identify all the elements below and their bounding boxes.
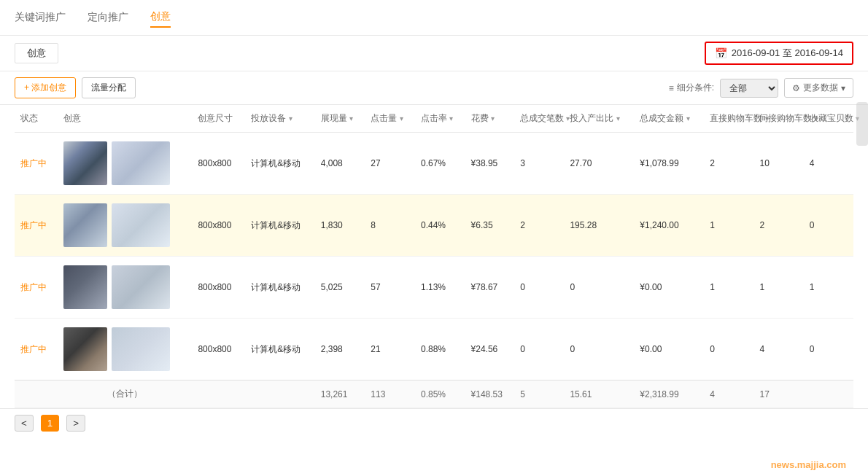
device-cell: 计算机&移动 <box>245 133 315 195</box>
date-range-text: 2016-09-01 至 2016-09-14 <box>732 47 843 60</box>
collect-cell: 1 <box>804 257 853 319</box>
main-container: 关键词推广 定向推广 创意 创意 📅 2016-09-01 至 2016-09-… <box>0 0 868 476</box>
table-row: 推广中 800x800 计算机&移动 5,025 57 1.13% ¥78.67… <box>15 257 853 319</box>
toolbar: 创意 📅 2016-09-01 至 2016-09-14 <box>0 36 868 71</box>
direct-cart-cell: 2 <box>704 133 753 195</box>
bottom-bar: < 1 > <box>0 408 868 437</box>
impressions-cell: 4,008 <box>315 133 365 195</box>
roi-cell: 0 <box>564 257 634 319</box>
scroll-bar[interactable] <box>856 102 868 146</box>
next-page-button[interactable]: > <box>66 415 85 432</box>
ctr-cell: 0.88% <box>415 319 465 381</box>
filter-select[interactable]: 全部 推广中 暂停 <box>720 79 778 98</box>
status-cell: 推广中 <box>15 319 58 381</box>
total-amount: ¥2,318.99 <box>634 381 704 408</box>
th-clicks: 点击量 ▾ <box>365 105 415 133</box>
total-roi: 15.61 <box>564 381 634 408</box>
status-cell: 推广中 <box>15 195 58 257</box>
ctr-cell: 0.67% <box>415 133 465 195</box>
device-cell: 计算机&移动 <box>245 257 315 319</box>
filter-label: ≡ 细分条件: <box>669 82 714 94</box>
action-bar-right: ≡ 细分条件: 全部 推广中 暂停 ⚙ 更多数据 ▾ <box>669 78 853 98</box>
device-cell: 计算机&移动 <box>245 195 315 257</box>
th-creative: 创意 <box>58 105 192 133</box>
th-orders: 总成交笔数 ▾ <box>514 105 564 133</box>
collect-cell: 0 <box>804 319 853 381</box>
indirect-cart-cell: 4 <box>753 319 803 381</box>
toolbar-left: 创意 <box>15 43 58 63</box>
impressions-cell: 2,398 <box>315 319 365 381</box>
amount-cell: ¥0.00 <box>634 319 704 381</box>
thumb-image-3 <box>63 265 107 309</box>
calendar-icon: 📅 <box>715 47 727 59</box>
clicks-cell: 8 <box>365 195 415 257</box>
indirect-cart-cell: 2 <box>753 195 803 257</box>
tab-creative[interactable]: 创意 <box>15 43 58 63</box>
total-direct-cart: 4 <box>704 381 753 408</box>
collect-cell: 4 <box>804 133 853 195</box>
amount-cell: ¥1,078.99 <box>634 133 704 195</box>
clicks-cell: 57 <box>365 257 415 319</box>
device-cell: 计算机&移动 <box>245 319 315 381</box>
total-clicks: 113 <box>365 381 415 408</box>
thumb-image-2 <box>63 203 107 247</box>
orders-cell: 0 <box>514 319 564 381</box>
total-cost: ¥148.53 <box>465 381 515 408</box>
orders-cell: 2 <box>514 195 564 257</box>
table-row: 推广中 800x800 计算机&移动 4,008 27 0.67% ¥38.95… <box>15 133 853 195</box>
roi-cell: 195.28 <box>564 195 634 257</box>
nav-creative[interactable]: 创意 <box>150 7 171 28</box>
more-data-button[interactable]: ⚙ 更多数据 ▾ <box>784 78 853 98</box>
thumb-image-4b <box>112 327 170 371</box>
clicks-cell: 21 <box>365 319 415 381</box>
filter-icon: ≡ <box>669 83 674 93</box>
page-1-button[interactable]: 1 <box>41 415 59 432</box>
th-ctr: 点击率 ▾ <box>415 105 465 133</box>
th-impressions: 展现量 ▾ <box>315 105 365 133</box>
size-cell: 800x800 <box>192 257 245 319</box>
th-status: 状态 <box>15 105 58 133</box>
toolbar-right: 📅 2016-09-01 至 2016-09-14 <box>705 42 853 65</box>
direct-cart-cell: 1 <box>704 257 753 319</box>
creative-cell <box>58 133 192 195</box>
thumb-image-3b <box>112 265 170 309</box>
th-direct-cart: 直接购物车数 ▾ <box>704 105 753 133</box>
thumb-image-1b <box>112 141 170 185</box>
size-cell: 800x800 <box>192 195 245 257</box>
ctr-cell: 1.13% <box>415 257 465 319</box>
action-bar-left: + 添加创意 流量分配 <box>15 77 136 98</box>
chevron-down-icon: ▾ <box>841 83 845 93</box>
ctr-cell: 0.44% <box>415 195 465 257</box>
indirect-cart-cell: 10 <box>753 133 803 195</box>
flow-distribution-button[interactable]: 流量分配 <box>82 77 136 98</box>
size-cell: 800x800 <box>192 319 245 381</box>
prev-page-button[interactable]: < <box>15 415 34 432</box>
more-data-label: 更多数据 <box>803 82 838 94</box>
thumb-image-4 <box>63 327 107 371</box>
orders-cell: 0 <box>514 257 564 319</box>
total-empty-1 <box>15 381 58 408</box>
impressions-cell: 5,025 <box>315 257 365 319</box>
total-row: （合计） 13,261 113 0.85% ¥148.53 5 15.61 ¥2… <box>15 381 853 408</box>
table-header-row: 状态 创意 创意尺寸 投放设备 ▾ 展现量 ▾ 点击量 ▾ 点击率 ▾ 花费 ▾… <box>15 105 853 133</box>
total-indirect-cart: 17 <box>753 381 803 408</box>
creative-cell <box>58 257 192 319</box>
creative-table: 状态 创意 创意尺寸 投放设备 ▾ 展现量 ▾ 点击量 ▾ 点击率 ▾ 花费 ▾… <box>15 105 853 408</box>
watermark: news.majjia.com <box>771 459 846 470</box>
clicks-cell: 27 <box>365 133 415 195</box>
nav-targeted[interactable]: 定向推广 <box>88 8 128 27</box>
filter-text: 细分条件: <box>677 82 714 94</box>
total-orders: 5 <box>514 381 564 408</box>
total-label: （合计） <box>58 381 192 408</box>
add-creative-button[interactable]: + 添加创意 <box>15 77 76 98</box>
total-ctr: 0.85% <box>415 381 465 408</box>
roi-cell: 27.70 <box>564 133 634 195</box>
cost-cell: ¥6.35 <box>465 195 515 257</box>
cost-cell: ¥24.56 <box>465 319 515 381</box>
th-collect: 收藏宝贝数 ▾ <box>804 105 853 133</box>
nav-keyword[interactable]: 关键词推广 <box>15 8 66 27</box>
table-row: 推广中 800x800 计算机&移动 2,398 21 0.88% ¥24.56… <box>15 319 853 381</box>
direct-cart-cell: 0 <box>704 319 753 381</box>
roi-cell: 0 <box>564 319 634 381</box>
date-range-picker[interactable]: 📅 2016-09-01 至 2016-09-14 <box>705 42 853 65</box>
